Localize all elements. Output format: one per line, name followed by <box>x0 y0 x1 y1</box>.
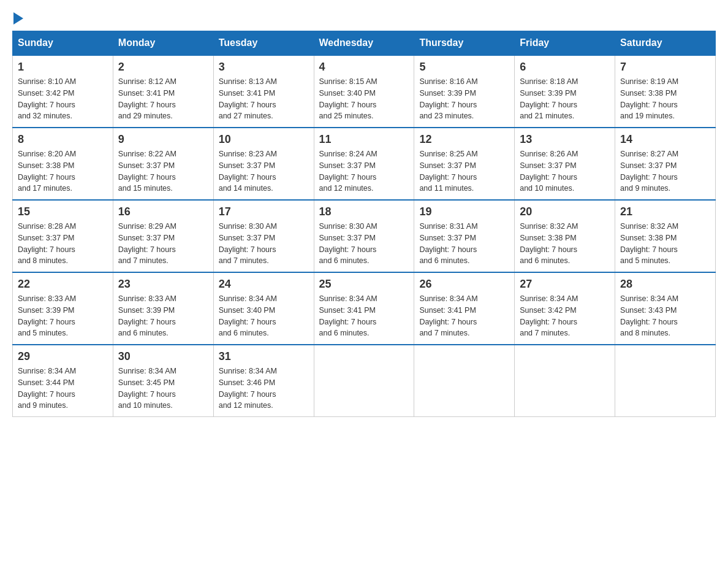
calendar-cell <box>414 345 515 417</box>
day-info: Sunrise: 8:27 AM Sunset: 3:37 PM Dayligh… <box>620 148 710 194</box>
day-number: 8 <box>18 133 108 146</box>
calendar-cell: 22 Sunrise: 8:33 AM Sunset: 3:39 PM Dayl… <box>13 272 113 345</box>
daylight-text: Daylight: 7 hours <box>520 318 577 326</box>
daylight-minutes: and 5 minutes. <box>18 329 68 337</box>
day-info: Sunrise: 8:34 AM Sunset: 3:40 PM Dayligh… <box>219 293 309 339</box>
daylight-minutes: and 12 minutes. <box>319 184 374 193</box>
sunset-text: Sunset: 3:46 PM <box>219 378 275 387</box>
day-info: Sunrise: 8:32 AM Sunset: 3:38 PM Dayligh… <box>520 221 610 267</box>
day-number: 1 <box>18 61 108 74</box>
sunrise-text: Sunrise: 8:32 AM <box>620 222 678 231</box>
calendar-cell: 27 Sunrise: 8:34 AM Sunset: 3:42 PM Dayl… <box>515 272 615 345</box>
calendar-cell: 28 Sunrise: 8:34 AM Sunset: 3:43 PM Dayl… <box>615 272 716 345</box>
day-info: Sunrise: 8:34 AM Sunset: 3:44 PM Dayligh… <box>18 366 108 412</box>
day-info: Sunrise: 8:28 AM Sunset: 3:37 PM Dayligh… <box>18 221 108 267</box>
day-number: 16 <box>118 205 208 218</box>
sunset-text: Sunset: 3:37 PM <box>219 234 275 242</box>
daylight-text: Daylight: 7 hours <box>219 318 276 326</box>
sunrise-text: Sunrise: 8:24 AM <box>319 150 377 158</box>
calendar-cell: 26 Sunrise: 8:34 AM Sunset: 3:41 PM Dayl… <box>414 272 515 345</box>
calendar-week-5: 29 Sunrise: 8:34 AM Sunset: 3:44 PM Dayl… <box>13 345 716 417</box>
daylight-text: Daylight: 7 hours <box>118 101 176 109</box>
sunset-text: Sunset: 3:37 PM <box>319 234 376 242</box>
daylight-minutes: and 25 minutes. <box>319 112 374 120</box>
sunset-text: Sunset: 3:45 PM <box>118 378 175 387</box>
daylight-text: Daylight: 7 hours <box>319 318 377 326</box>
day-info: Sunrise: 8:34 AM Sunset: 3:41 PM Dayligh… <box>419 293 509 339</box>
sunrise-text: Sunrise: 8:27 AM <box>620 150 678 158</box>
day-number: 11 <box>319 133 409 146</box>
calendar-header-friday: Friday <box>515 31 615 56</box>
day-number: 12 <box>419 133 509 146</box>
calendar-header-saturday: Saturday <box>615 31 716 56</box>
day-number: 2 <box>118 61 208 74</box>
sunset-text: Sunset: 3:38 PM <box>620 234 677 242</box>
calendar-table: SundayMondayTuesdayWednesdayThursdayFrid… <box>12 31 716 417</box>
sunset-text: Sunset: 3:38 PM <box>620 89 677 98</box>
calendar-cell: 6 Sunrise: 8:18 AM Sunset: 3:39 PM Dayli… <box>515 55 615 128</box>
sunset-text: Sunset: 3:44 PM <box>18 378 74 387</box>
calendar-cell: 16 Sunrise: 8:29 AM Sunset: 3:37 PM Dayl… <box>113 200 213 272</box>
sunset-text: Sunset: 3:43 PM <box>620 306 677 315</box>
sunset-text: Sunset: 3:37 PM <box>18 234 74 242</box>
day-number: 13 <box>520 133 610 146</box>
daylight-text: Daylight: 7 hours <box>219 390 276 399</box>
calendar-cell: 10 Sunrise: 8:23 AM Sunset: 3:37 PM Dayl… <box>213 128 314 200</box>
daylight-text: Daylight: 7 hours <box>118 318 176 326</box>
daylight-minutes: and 5 minutes. <box>620 256 670 265</box>
daylight-minutes: and 15 minutes. <box>118 184 173 193</box>
calendar-cell: 18 Sunrise: 8:30 AM Sunset: 3:37 PM Dayl… <box>314 200 414 272</box>
logo-arrow-icon <box>13 12 23 25</box>
day-info: Sunrise: 8:33 AM Sunset: 3:39 PM Dayligh… <box>118 293 208 339</box>
daylight-minutes: and 10 minutes. <box>118 401 173 410</box>
calendar-cell: 30 Sunrise: 8:34 AM Sunset: 3:45 PM Dayl… <box>113 345 213 417</box>
day-info: Sunrise: 8:16 AM Sunset: 3:39 PM Dayligh… <box>419 76 509 122</box>
calendar-cell: 20 Sunrise: 8:32 AM Sunset: 3:38 PM Dayl… <box>515 200 615 272</box>
day-number: 14 <box>620 133 710 146</box>
daylight-minutes: and 7 minutes. <box>219 256 269 265</box>
calendar-cell: 15 Sunrise: 8:28 AM Sunset: 3:37 PM Dayl… <box>13 200 113 272</box>
daylight-minutes: and 12 minutes. <box>219 401 273 410</box>
sunset-text: Sunset: 3:37 PM <box>620 161 677 170</box>
sunset-text: Sunset: 3:40 PM <box>219 306 275 315</box>
calendar-cell: 25 Sunrise: 8:34 AM Sunset: 3:41 PM Dayl… <box>314 272 414 345</box>
sunset-text: Sunset: 3:37 PM <box>520 161 576 170</box>
sunset-text: Sunset: 3:37 PM <box>419 234 476 242</box>
calendar-cell: 21 Sunrise: 8:32 AM Sunset: 3:38 PM Dayl… <box>615 200 716 272</box>
day-info: Sunrise: 8:15 AM Sunset: 3:40 PM Dayligh… <box>319 76 409 122</box>
daylight-minutes: and 17 minutes. <box>18 184 72 193</box>
sunrise-text: Sunrise: 8:19 AM <box>620 77 678 86</box>
daylight-minutes: and 19 minutes. <box>620 112 675 120</box>
sunrise-text: Sunrise: 8:34 AM <box>620 294 678 303</box>
sunset-text: Sunset: 3:39 PM <box>118 306 175 315</box>
day-number: 24 <box>219 278 309 291</box>
daylight-text: Daylight: 7 hours <box>620 101 678 109</box>
daylight-text: Daylight: 7 hours <box>319 245 377 254</box>
calendar-cell: 13 Sunrise: 8:26 AM Sunset: 3:37 PM Dayl… <box>515 128 615 200</box>
daylight-minutes: and 9 minutes. <box>620 184 670 193</box>
daylight-minutes: and 23 minutes. <box>419 112 474 120</box>
sunrise-text: Sunrise: 8:34 AM <box>319 294 377 303</box>
daylight-text: Daylight: 7 hours <box>419 101 477 109</box>
day-number: 5 <box>419 61 509 74</box>
daylight-text: Daylight: 7 hours <box>319 101 377 109</box>
daylight-minutes: and 27 minutes. <box>219 112 273 120</box>
calendar-cell <box>314 345 414 417</box>
calendar-week-3: 15 Sunrise: 8:28 AM Sunset: 3:37 PM Dayl… <box>13 200 716 272</box>
daylight-minutes: and 29 minutes. <box>118 112 173 120</box>
calendar-cell: 17 Sunrise: 8:30 AM Sunset: 3:37 PM Dayl… <box>213 200 314 272</box>
day-info: Sunrise: 8:31 AM Sunset: 3:37 PM Dayligh… <box>419 221 509 267</box>
sunrise-text: Sunrise: 8:10 AM <box>18 77 76 86</box>
sunset-text: Sunset: 3:41 PM <box>419 306 476 315</box>
page-header <box>12 12 716 25</box>
sunrise-text: Sunrise: 8:34 AM <box>118 367 176 375</box>
logo <box>12 12 23 25</box>
day-info: Sunrise: 8:34 AM Sunset: 3:43 PM Dayligh… <box>620 293 710 339</box>
sunset-text: Sunset: 3:39 PM <box>520 89 576 98</box>
daylight-text: Daylight: 7 hours <box>118 390 176 399</box>
daylight-text: Daylight: 7 hours <box>520 173 577 182</box>
sunset-text: Sunset: 3:37 PM <box>118 161 175 170</box>
daylight-text: Daylight: 7 hours <box>219 173 276 182</box>
daylight-minutes: and 6 minutes. <box>419 256 469 265</box>
calendar-cell: 4 Sunrise: 8:15 AM Sunset: 3:40 PM Dayli… <box>314 55 414 128</box>
